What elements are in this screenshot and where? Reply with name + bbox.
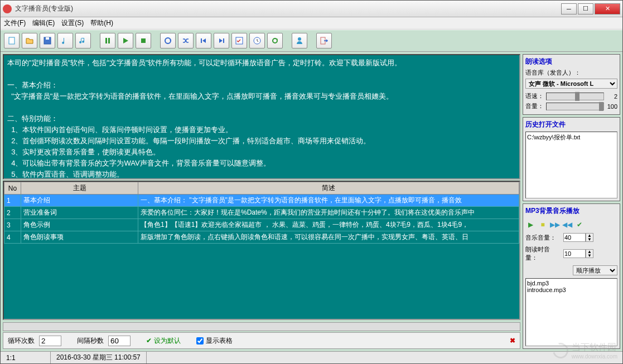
cell-no: 3 (4, 219, 21, 231)
app-window: 文字播音员(专业版) ─ ☐ ✕ 文件(F) 编辑(E) 设置(S) 帮助(H) (0, 0, 623, 364)
history-item[interactable]: C:\wzbyy\报价单.txt (527, 133, 616, 142)
loop-count-label: 循环次数 (8, 336, 35, 346)
music-vol-label: 音乐音量： (525, 234, 561, 242)
set-default-button[interactable]: ✔ 设为默认 (146, 336, 181, 346)
menu-file[interactable]: 文件(F) (4, 18, 26, 28)
next-track-button[interactable] (214, 33, 229, 48)
svg-rect-4 (108, 38, 110, 43)
mp3-check-icon[interactable]: ✔ (574, 220, 585, 229)
mp3-prev-icon[interactable]: ◀◀ (562, 220, 572, 229)
svg-rect-8 (223, 38, 224, 43)
mp3-title: MP3背景音乐播放 (525, 206, 617, 216)
loop-button[interactable] (160, 33, 176, 48)
text-editor[interactable]: 本司的"定时播音员"软件，包括"文字播音员"软件所有功能，可以定时循环播放语音广… (3, 54, 520, 179)
speed-value: 2 (606, 93, 617, 100)
save-button[interactable] (40, 33, 55, 48)
statusbar: 1:1 2016-03-30 星期三 11:00:57 (1, 351, 622, 363)
svg-rect-3 (105, 38, 107, 43)
window-title: 文字播音员(专业版) (15, 4, 561, 13)
music-note-button[interactable] (57, 33, 73, 48)
script-table: No 主题 简述 1基本介绍一、基本介绍： "文字播音员"是一款把文字转为语音的… (3, 181, 520, 320)
col-no[interactable]: No (4, 182, 21, 195)
cell-topic: 角色示例 (21, 219, 138, 231)
read-vol-spinner[interactable]: ▲▼ (586, 249, 593, 258)
mp3-file-item[interactable]: bjd.mp3 (527, 280, 616, 287)
history-title: 历史打开文件 (525, 120, 617, 129)
play-mode-select[interactable]: 顺序播放 (573, 265, 617, 275)
play-button[interactable] (118, 33, 133, 48)
read-options-title: 朗读选项 (525, 57, 617, 66)
horizontal-scrollbar[interactable] (3, 322, 520, 331)
history-panel: 历史打开文件 C:\wzbyy\报价单.txt (523, 117, 620, 201)
delete-button[interactable]: ✖ (510, 337, 515, 344)
mp3-stop-icon[interactable]: ■ (538, 220, 548, 229)
menu-help[interactable]: 帮助(H) (90, 18, 113, 28)
loop-count-input[interactable] (39, 336, 61, 346)
content-area: 本司的"定时播音员"软件，包括"文字播音员"软件所有功能，可以定时循环播放语音广… (1, 52, 622, 351)
svg-rect-5 (141, 38, 146, 43)
history-list[interactable]: C:\wzbyy\报价单.txt (525, 132, 617, 198)
table-row[interactable]: 1基本介绍一、基本介绍： "文字播音员"是一款把文字转为语音的播音软件，在里面输… (4, 195, 519, 207)
volume-value: 100 (606, 103, 617, 110)
voice-select[interactable]: 女声 微软 - Microsoft L (525, 79, 617, 89)
exit-button[interactable] (316, 33, 332, 48)
interval-input[interactable] (108, 336, 131, 346)
music-notes-button[interactable] (75, 33, 91, 48)
pause-button[interactable] (100, 33, 115, 48)
volume-slider[interactable] (546, 103, 604, 110)
read-vol-input[interactable] (563, 249, 586, 258)
svg-point-6 (165, 38, 171, 43)
stop-button[interactable] (136, 33, 151, 48)
cell-desc: 【角色1】【语速1】欢迎光临全家福超市 ， 水果、蔬菜、鸡蛋，一律特价，鸡蛋、4… (138, 219, 519, 231)
voice-label: 语音库（发音人）： (525, 69, 617, 77)
mp3-next-icon[interactable]: ▶▶ (550, 220, 560, 229)
mp3-file-item[interactable]: introduce.mp3 (527, 287, 616, 293)
refresh-button[interactable] (267, 33, 283, 48)
cell-desc: 亲爱的各位同仁：大家好！现在是%Date%，距离我们的营业开始时间还有十分钟了。… (138, 207, 519, 219)
new-file-button[interactable] (4, 33, 20, 48)
checklist-button[interactable] (231, 33, 247, 48)
mp3-panel: MP3背景音乐播放 ▶ ■ ▶▶ ◀◀ ✔ 音乐音量： ▲▼ 朗读时音量： ▲▼ (523, 203, 620, 349)
user-button[interactable] (292, 33, 307, 48)
svg-rect-7 (201, 38, 202, 43)
read-options-panel: 朗读选项 语音库（发音人）： 女声 微软 - Microsoft L 语速： 2… (523, 54, 620, 115)
table-row[interactable]: 3角色示例【角色1】【语速1】欢迎光临全家福超市 ， 水果、蔬菜、鸡蛋，一律特价… (4, 219, 519, 231)
menu-edit[interactable]: 编辑(E) (32, 18, 55, 28)
datetime: 2016-03-30 星期三 11:00:57 (51, 352, 147, 363)
right-column: 朗读选项 语音库（发音人）： 女声 微软 - Microsoft L 语速： 2… (523, 54, 620, 349)
app-icon (3, 4, 12, 13)
cursor-pos: 1:1 (1, 352, 51, 363)
prev-track-button[interactable] (196, 33, 211, 48)
titlebar: 文字播音员(专业版) ─ ☐ ✕ (1, 1, 622, 17)
interval-label: 间隔秒数 (77, 336, 104, 346)
mp3-file-list[interactable]: bjd.mp3 introduce.mp3 (525, 278, 617, 346)
maximize-button[interactable]: ☐ (578, 3, 593, 14)
svg-point-11 (298, 37, 301, 41)
speed-slider[interactable] (546, 93, 604, 100)
menu-settings[interactable]: 设置(S) (61, 18, 84, 28)
close-button[interactable]: ✕ (595, 3, 620, 14)
cell-no: 2 (4, 207, 21, 219)
cell-no: 4 (4, 231, 21, 244)
clock-button[interactable] (249, 33, 265, 48)
show-table-checkbox[interactable]: 显示表格 (196, 336, 233, 346)
cell-no: 1 (4, 195, 21, 207)
cell-topic: 营业准备词 (21, 207, 138, 219)
svg-rect-0 (9, 37, 15, 44)
menubar: 文件(F) 编辑(E) 设置(S) 帮助(H) (1, 17, 622, 30)
cell-desc: 新版增加了角色朗读，点右键插入朗读角色和语速，可以很容易在同一次广播中，实现男女… (138, 231, 519, 244)
shuffle-button[interactable] (178, 33, 194, 48)
table-row[interactable]: 2营业准备词亲爱的各位同仁：大家好！现在是%Date%，距离我们的营业开始时间还… (4, 207, 519, 219)
left-column: 本司的"定时播音员"软件，包括"文字播音员"软件所有功能，可以定时循环播放语音广… (3, 54, 520, 349)
music-vol-spinner[interactable]: ▲▼ (586, 233, 593, 242)
music-vol-input[interactable] (563, 233, 586, 242)
table-row[interactable]: 4角色朗读事项新版增加了角色朗读，点右键插入朗读角色和语速，可以很容易在同一次广… (4, 231, 519, 244)
read-vol-label: 朗读时音量： (525, 245, 561, 262)
open-file-button[interactable] (22, 33, 37, 48)
minimize-button[interactable]: ─ (561, 3, 577, 14)
svg-rect-2 (46, 37, 49, 40)
mp3-play-icon[interactable]: ▶ (525, 220, 535, 229)
col-desc[interactable]: 简述 (138, 182, 519, 195)
col-topic[interactable]: 主题 (21, 182, 138, 195)
toolbar (1, 30, 622, 52)
